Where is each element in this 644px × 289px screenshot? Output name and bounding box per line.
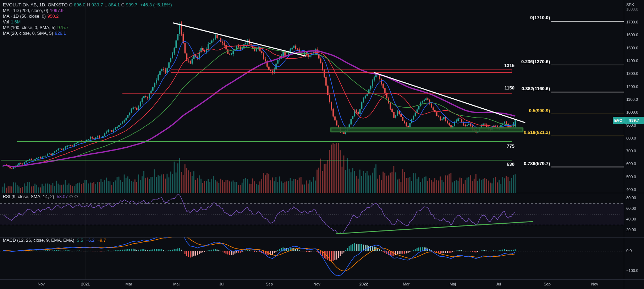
last-price-label: 939.7: [624, 117, 644, 124]
chart-root: EVOLUTION AB, 1D, OMXSTO O896.0 H939.7 L…: [0, 0, 644, 289]
symbol-price-flag: EVO: [613, 117, 624, 124]
chart-canvas[interactable]: [0, 0, 644, 289]
